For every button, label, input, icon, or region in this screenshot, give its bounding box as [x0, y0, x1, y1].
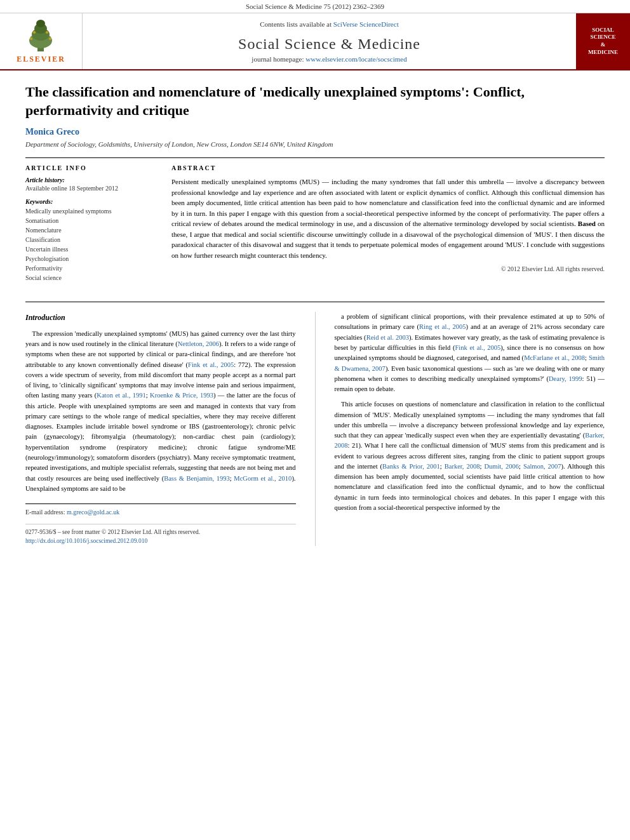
homepage-link[interactable]: www.elsevier.com/locate/socscimed [305, 55, 406, 63]
ref-deary[interactable]: Deary, 1999 [549, 375, 582, 382]
keyword-item: Social science [25, 273, 152, 283]
journal-name: Social Science & Medicine [238, 36, 420, 53]
copyright-text: © 2012 Elsevier Ltd. All rights reserved… [171, 265, 605, 272]
ref-mcgorm[interactable]: McGorm et al., 2010 [234, 475, 292, 482]
keywords-section: Keywords: Medically unexplained symptoms… [25, 198, 152, 283]
body-para-right-1: a problem of significant clinical propor… [335, 312, 605, 394]
article-content: The classification and nomenclature of '… [0, 70, 630, 559]
article-info-heading: ARTICLE INFO [25, 164, 152, 171]
ref-nettleton[interactable]: Nettleton, 2006 [178, 340, 219, 347]
ref-barker-2008b[interactable]: Barker, 2008 [445, 463, 480, 470]
footnote-email: E-mail address: m.greco@gold.ac.uk [25, 507, 296, 517]
abstract-column: ABSTRACT Persistent medically unexplaine… [171, 164, 605, 289]
svg-point-4 [36, 20, 45, 27]
keywords-label: Keywords: [25, 198, 152, 205]
history-label: Article history: [25, 177, 152, 183]
citation-text: Social Science & Medicine 75 (2012) 2362… [246, 3, 384, 10]
keyword-item: Medically unexplained symptoms [25, 206, 152, 216]
page-wrapper: Social Science & Medicine 75 (2012) 2362… [0, 0, 630, 559]
ref-fink-2005[interactable]: Fink et al., 2005 [188, 361, 234, 368]
keyword-item: Psychologisation [25, 254, 152, 263]
elsevier-logo: ELSEVIER [17, 18, 65, 64]
article-title: The classification and nomenclature of '… [25, 83, 605, 119]
two-col-body: Introduction The expression 'medically u… [25, 312, 605, 546]
keyword-item: Somatisation [25, 216, 152, 225]
elsevier-brand-text: ELSEVIER [17, 55, 65, 64]
keyword-item: Classification [25, 235, 152, 244]
keyword-item: Performativity [25, 263, 152, 273]
body-para-1: The expression 'medically unexplained sy… [25, 329, 296, 494]
article-info-column: ARTICLE INFO Article history: Available … [25, 164, 152, 289]
ref-ring[interactable]: Ring et al., 2005 [419, 323, 466, 330]
footer-issn: 0277-9536/$ – see front matter © 2012 El… [25, 528, 296, 537]
abstract-heading: ABSTRACT [171, 164, 605, 171]
history-value: Available online 18 September 2012 [25, 185, 152, 192]
elsevier-tree-icon [18, 18, 63, 53]
svg-point-5 [30, 37, 32, 40]
ref-reid[interactable]: Reid et al. 2003 [366, 334, 409, 341]
ref-barker-2008[interactable]: Barker, 2008 [335, 432, 605, 449]
body-section: Introduction The expression 'medically u… [25, 302, 605, 546]
footnote-area: E-mail address: m.greco@gold.ac.uk [25, 503, 296, 517]
ref-dumit[interactable]: Dumit, 2006 [484, 463, 518, 470]
ref-banks[interactable]: Banks & Prior, 2001 [382, 463, 440, 470]
author-affiliation: Department of Sociology, Goldsmiths, Uni… [25, 140, 605, 148]
citation-bar: Social Science & Medicine 75 (2012) 2362… [0, 0, 630, 13]
journal-logo-box: SOCIALSCIENCE&MEDICINE [585, 23, 621, 60]
journal-header: ELSEVIER Contents lists available at Sci… [0, 13, 630, 70]
ref-salmon[interactable]: Salmon, 2007 [523, 463, 561, 470]
page-footer: 0277-9536/$ – see front matter © 2012 El… [25, 524, 296, 546]
ref-bass[interactable]: Bass & Benjamin, 1993 [164, 475, 230, 482]
col-divider [315, 312, 316, 546]
journal-homepage: journal homepage: www.elsevier.com/locat… [251, 55, 406, 63]
sciverse-link[interactable]: SciVerse ScienceDirect [333, 20, 399, 28]
keyword-item: Nomenclature [25, 225, 152, 235]
email-link[interactable]: m.greco@gold.ac.uk [67, 509, 119, 516]
introduction-heading: Introduction [25, 312, 296, 324]
title-divider [25, 157, 605, 158]
svg-point-6 [49, 37, 51, 40]
article-history-section: Article history: Available online 18 Sep… [25, 177, 152, 192]
elsevier-logo-section: ELSEVIER [0, 13, 83, 69]
journal-title-section: Contents lists available at SciVerse Sci… [83, 13, 576, 69]
ref-fink-2005b[interactable]: Fink et al., 2005 [455, 344, 500, 351]
keyword-item: Uncertain illness [25, 244, 152, 254]
article-info-abstract-section: ARTICLE INFO Article history: Available … [25, 164, 605, 289]
body-para-right-2: This article focuses on questions of nom… [335, 399, 605, 513]
ref-mcfarlane[interactable]: McFarlane et al., 2008 [524, 354, 585, 361]
footer-doi-link[interactable]: http://dx.doi.org/10.1016/j.socscimed.20… [25, 538, 147, 544]
ref-kroenke[interactable]: Kroenke & Price, 1993 [150, 392, 213, 399]
keywords-list: Medically unexplained symptoms Somatisat… [25, 206, 152, 283]
abstract-text: Persistent medically unexplained symptom… [171, 177, 605, 260]
body-col-left: Introduction The expression 'medically u… [25, 312, 296, 546]
contents-available-text: Contents lists available at SciVerse Sci… [260, 20, 398, 28]
ref-katon[interactable]: Katon et al., 1991 [97, 392, 145, 399]
svg-point-8 [46, 31, 48, 34]
svg-point-7 [33, 31, 36, 34]
journal-logo-box-section: SOCIALSCIENCE&MEDICINE [576, 13, 630, 69]
body-col-right: a problem of significant clinical propor… [335, 312, 605, 546]
author-name: Monica Greco [25, 127, 605, 137]
